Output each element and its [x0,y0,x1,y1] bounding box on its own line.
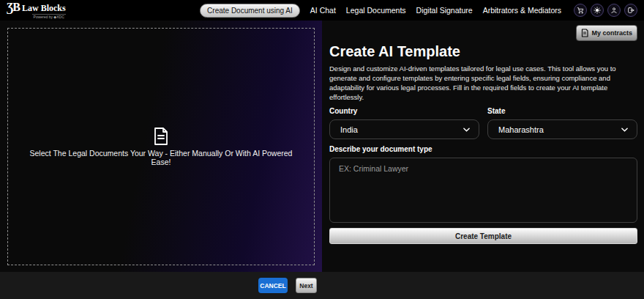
dropzone-message: Select The Legal Documents Your Way - Ei… [8,149,314,166]
my-contracts-label: My contracts [591,29,632,37]
nav-icon-group [574,4,637,17]
state-selected-value: Maharashtra [498,125,544,134]
nav-item-arbitrators-mediators[interactable]: Arbitrators & Mediators [483,6,561,15]
page-title: Create AI Template [329,43,637,60]
law-blocks-logo-text: Law Blocks [22,4,66,13]
nav-item-ai-chat[interactable]: AI Chat [310,6,336,15]
state-label: State [487,107,637,115]
cart-icon[interactable] [574,4,587,17]
document-dropzone[interactable]: Select The Legal Documents Your Way - Ei… [7,28,315,265]
law-blocks-logo[interactable]: ƷB Law Blocks Powered by ◆XDC [7,1,66,19]
sun-theme-icon[interactable] [591,4,604,17]
document-type-input[interactable] [329,158,637,223]
page-description: Design and customize AI-driven templates… [329,64,637,102]
logo-powered-by: Powered by ◆XDC [32,14,66,19]
my-contracts-button[interactable]: My contracts [576,25,637,41]
my-contracts-row: My contracts [329,25,637,41]
main-nav: Create Document using AI AI Chat Legal D… [200,4,637,18]
document-icon [152,127,170,146]
app-root: ƷB Law Blocks Powered by ◆XDC Create Doc… [0,0,644,299]
document-type-label: Describe your document type [329,145,637,153]
contract-icon [581,29,588,37]
location-fields-row: Country India State Maharashtra [329,107,637,139]
next-button[interactable]: Next [296,278,317,293]
document-preview-panel: Select The Legal Documents Your Way - Ei… [0,21,322,272]
chevron-down-icon [621,128,628,132]
state-field: State Maharashtra [487,107,637,139]
nav-item-legal-documents[interactable]: Legal Documents [346,6,406,15]
create-document-ai-button[interactable]: Create Document using AI [200,4,300,18]
nav-item-digital-signature[interactable]: Digital Signature [416,6,473,15]
top-navbar: ƷB Law Blocks Powered by ◆XDC Create Doc… [0,0,644,21]
create-template-button[interactable]: Create Template [329,228,637,244]
chevron-down-icon [463,128,470,132]
user-icon[interactable] [607,4,621,17]
country-select[interactable]: India [329,119,479,139]
logout-icon[interactable] [624,4,637,17]
state-select[interactable]: Maharashtra [487,119,637,139]
law-blocks-logo-glyph: ƷB [7,1,20,13]
create-template-panel: My contracts Create AI Template Design a… [322,21,644,272]
wizard-footer: CANCEL Next [0,272,644,299]
country-label: Country [329,107,479,115]
main-content: Select The Legal Documents Your Way - Ei… [0,21,644,272]
cancel-button[interactable]: CANCEL [258,278,288,293]
country-field: Country India [329,107,479,139]
country-selected-value: India [340,125,358,134]
logo-row: ƷB Law Blocks [7,1,66,13]
